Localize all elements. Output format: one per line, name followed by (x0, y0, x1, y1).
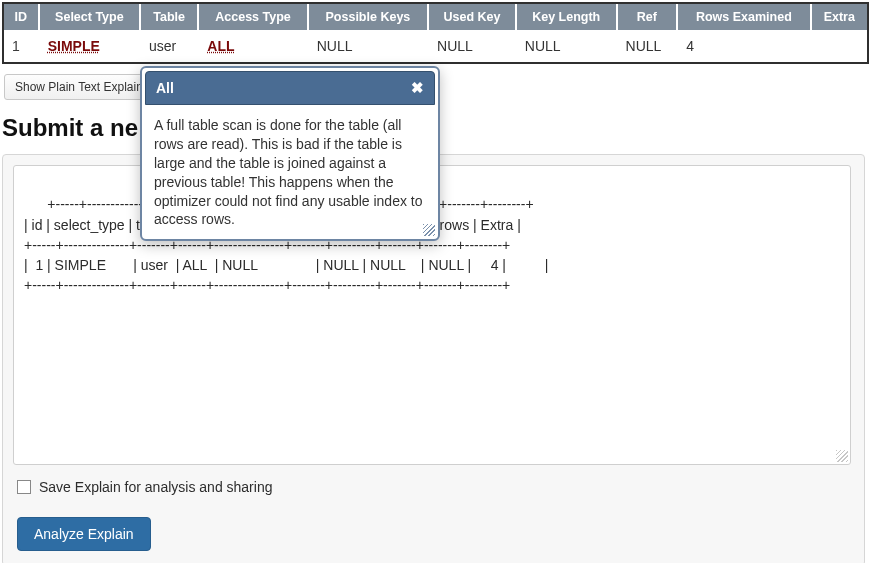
resize-grip-icon[interactable] (836, 450, 848, 462)
cell-extra (812, 30, 867, 62)
explain-result-table: ID Select Type Table Access Type Possibl… (2, 2, 869, 64)
cell-access-type[interactable]: ALL (207, 38, 234, 54)
col-rows-examined: Rows Examined (678, 4, 811, 30)
col-key-length: Key Length (517, 4, 618, 30)
save-explain-label: Save Explain for analysis and sharing (39, 479, 272, 495)
col-extra: Extra (812, 4, 867, 30)
col-used-key: Used Key (429, 4, 517, 30)
col-access-type: Access Type (199, 4, 308, 30)
cell-id: 1 (4, 30, 40, 62)
col-possible-keys: Possible Keys (309, 4, 429, 30)
analyze-explain-button[interactable]: Analyze Explain (17, 517, 151, 551)
col-table: Table (141, 4, 199, 30)
save-explain-checkbox[interactable] (17, 480, 31, 494)
cell-table: user (141, 30, 199, 62)
tooltip-text: A full table scan is done for the table … (154, 117, 423, 227)
table-row: 1 SIMPLE user ALL NULL NULL NULL NULL 4 (4, 30, 867, 62)
cell-select-type[interactable]: SIMPLE (48, 38, 100, 54)
col-ref: Ref (618, 4, 679, 30)
tooltip-title: All (156, 80, 174, 96)
show-plain-text-button[interactable]: Show Plain Text Explain (4, 74, 154, 100)
cell-key-length: NULL (517, 30, 618, 62)
col-select-type: Select Type (40, 4, 141, 30)
close-icon[interactable]: ✖ (411, 79, 424, 97)
access-type-tooltip: All ✖ A full table scan is done for the … (140, 66, 440, 241)
tooltip-resize-grip-icon[interactable] (423, 224, 435, 236)
tooltip-body: A full table scan is done for the table … (142, 108, 438, 239)
cell-possible-keys: NULL (309, 30, 429, 62)
tooltip-header[interactable]: All ✖ (145, 71, 435, 105)
cell-ref: NULL (618, 30, 679, 62)
col-id: ID (4, 4, 40, 30)
cell-used-key: NULL (429, 30, 517, 62)
cell-rows-examined: 4 (678, 30, 811, 62)
